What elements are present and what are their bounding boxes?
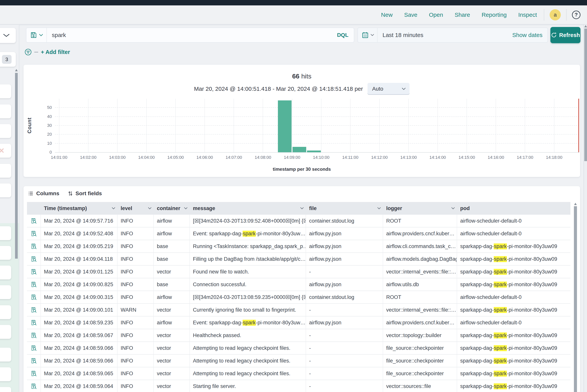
sidebar-field-item[interactable] xyxy=(0,367,11,381)
expand-row-button[interactable] xyxy=(27,354,41,367)
sidebar-field-item[interactable] xyxy=(0,348,11,362)
expand-document-icon[interactable] xyxy=(31,218,37,224)
cell-time: Mar 20, 2024 @ 14:08:59.235 xyxy=(41,316,118,329)
table-row: Mar 20, 2024 @ 14:09:04.118INFObaseFilli… xyxy=(27,253,570,266)
sidebar-field-item[interactable] xyxy=(0,305,11,319)
expand-row-button[interactable] xyxy=(27,329,41,342)
add-filter-button[interactable]: + Add filter xyxy=(41,49,70,55)
sidebar-field-item[interactable] xyxy=(0,226,11,240)
histogram-bar[interactable] xyxy=(292,147,306,152)
column-header-time[interactable]: Time (timestamp) xyxy=(41,202,118,215)
show-dates-button[interactable]: Show dates xyxy=(512,32,548,38)
help-icon[interactable]: ? xyxy=(572,10,580,19)
expand-document-icon[interactable] xyxy=(31,282,37,288)
expand-document-icon[interactable] xyxy=(31,294,37,300)
column-header-container[interactable]: container xyxy=(154,202,190,215)
y-gridline xyxy=(55,107,579,108)
cell-message: Attempting to read legacy checkpoint fil… xyxy=(190,342,306,354)
nav-link-new[interactable]: New xyxy=(375,12,398,18)
expand-row-button[interactable] xyxy=(27,316,41,329)
expand-document-icon[interactable] xyxy=(31,358,37,364)
expand-document-icon[interactable] xyxy=(31,370,37,376)
expand-row-button[interactable] xyxy=(27,240,41,252)
column-header-pod[interactable]: pod xyxy=(457,202,570,215)
sidebar-field-item[interactable] xyxy=(0,266,11,280)
expand-document-icon[interactable] xyxy=(31,320,37,326)
sidebar-field-item[interactable] xyxy=(0,164,11,178)
expand-document-icon[interactable] xyxy=(31,256,37,262)
page-scroll-up-arrow[interactable] xyxy=(584,25,587,27)
cell-file: container.stdout.log xyxy=(306,215,383,227)
expand-row-button[interactable] xyxy=(27,215,41,227)
chevron-down-icon[interactable] xyxy=(184,207,188,210)
saved-query-menu-button[interactable] xyxy=(26,28,46,42)
sort-fields-button[interactable]: Sort fields xyxy=(68,190,102,196)
expand-document-icon[interactable] xyxy=(31,332,37,338)
time-range-value[interactable]: Last 18 minutes xyxy=(378,32,512,38)
query-language-button[interactable]: DQL xyxy=(337,32,354,38)
quick-select-menu-button[interactable] xyxy=(358,28,377,42)
expand-row-button[interactable] xyxy=(27,342,41,354)
nav-links: NewSaveOpenShareReportingInspect xyxy=(375,12,543,18)
sidebar-field-item[interactable]: ✕ xyxy=(0,144,11,158)
sidebar-field-item[interactable] xyxy=(0,387,11,392)
chevron-down-icon[interactable] xyxy=(112,207,115,210)
x-tick-label: 14:04:00 xyxy=(133,155,160,160)
refresh-button[interactable]: Refresh xyxy=(550,27,580,43)
page-scrollbar-track[interactable] xyxy=(584,25,587,392)
sidebar-field-item[interactable] xyxy=(0,246,11,260)
column-header-message[interactable]: message xyxy=(190,202,306,215)
column-header-label: message xyxy=(193,206,215,212)
columns-button[interactable]: Columns xyxy=(28,190,59,196)
sidebar-field-item[interactable] xyxy=(0,285,11,299)
column-header-file[interactable]: file xyxy=(306,202,383,215)
expand-row-button[interactable] xyxy=(27,304,41,316)
expand-row-button[interactable] xyxy=(27,380,41,392)
expand-row-button[interactable] xyxy=(27,367,41,380)
expand-document-icon[interactable] xyxy=(31,383,37,389)
expand-document-icon[interactable] xyxy=(31,269,37,275)
sidebar-field-item[interactable] xyxy=(0,184,11,197)
nav-link-share[interactable]: Share xyxy=(449,12,476,18)
sidebar-collapse-button[interactable] xyxy=(0,28,16,43)
nav-link-reporting[interactable]: Reporting xyxy=(476,12,512,18)
table-scrollbar[interactable] xyxy=(574,206,577,392)
column-header-logger[interactable]: logger xyxy=(383,202,457,215)
expand-document-icon[interactable] xyxy=(31,345,37,351)
expand-row-button[interactable] xyxy=(27,253,41,265)
chevron-down-icon[interactable] xyxy=(451,207,455,210)
filter-icon[interactable] xyxy=(25,48,32,56)
remove-field-icon[interactable]: ✕ xyxy=(0,146,5,155)
expand-row-button[interactable] xyxy=(27,228,41,240)
sidebar-field-item[interactable] xyxy=(0,124,11,138)
page-scrollbar-thumb[interactable] xyxy=(584,28,587,161)
avatar[interactable]: a xyxy=(550,9,561,20)
x-tick-label: 14:07:00 xyxy=(220,155,247,160)
chevron-down-icon[interactable] xyxy=(148,207,152,210)
nav-link-open[interactable]: Open xyxy=(423,12,449,18)
histogram-chart[interactable]: Count 14:01:0014:02:0014:03:0014:04:0014… xyxy=(55,99,579,152)
sidebar-field-item[interactable] xyxy=(0,104,11,118)
table-scroll-up-arrow[interactable] xyxy=(574,203,577,205)
expand-row-button[interactable] xyxy=(27,291,41,303)
expand-document-icon[interactable] xyxy=(31,230,37,237)
chevron-down-icon[interactable] xyxy=(377,207,381,210)
expand-document-icon[interactable] xyxy=(31,307,37,313)
histogram-bar[interactable] xyxy=(278,100,292,152)
histogram-bar[interactable] xyxy=(307,150,321,152)
expand-row-button[interactable] xyxy=(27,278,41,291)
column-header-level[interactable]: level xyxy=(118,202,154,215)
nav-link-save[interactable]: Save xyxy=(398,12,423,18)
expand-document-icon[interactable] xyxy=(31,243,37,250)
chevron-down-icon[interactable] xyxy=(300,207,304,210)
nav-link-inspect[interactable]: Inspect xyxy=(512,12,543,18)
sidebar-field-item[interactable] xyxy=(0,325,11,339)
cell-level: INFO xyxy=(118,367,154,380)
sidebar-field-item[interactable] xyxy=(0,84,11,98)
sidebar-scroll-up-arrow[interactable] xyxy=(15,69,18,71)
sidebar-scrollbar[interactable] xyxy=(15,73,18,259)
search-input[interactable]: spark xyxy=(47,32,337,38)
table-row: Mar 20, 2024 @ 14:08:59.067INFOvectorHea… xyxy=(27,329,570,342)
expand-row-button[interactable] xyxy=(27,266,41,278)
interval-select[interactable]: Auto xyxy=(368,83,410,95)
